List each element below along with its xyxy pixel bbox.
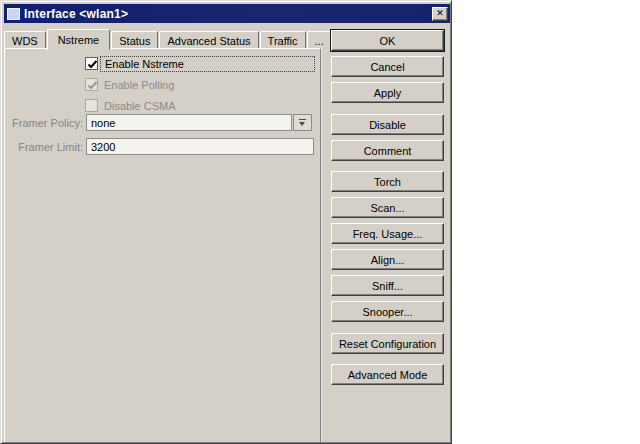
framer-policy-label: Framer Policy: xyxy=(5,117,83,129)
close-icon: ✕ xyxy=(436,9,444,18)
close-button[interactable]: ✕ xyxy=(432,7,448,21)
tab-label: Traffic xyxy=(268,35,298,47)
enable-nstreme-row: Enable Nstreme xyxy=(85,56,315,71)
window-title: Interface <wlan1> xyxy=(24,7,432,21)
framer-limit-value: 3200 xyxy=(91,141,115,153)
enable-nstreme-label[interactable]: Enable Nstreme xyxy=(100,56,315,72)
framer-policy-dropdown[interactable]: none xyxy=(86,114,292,131)
reset-configuration-button[interactable]: Reset Configuration xyxy=(331,333,444,354)
checkmark-icon xyxy=(87,59,98,70)
scan-button[interactable]: Scan... xyxy=(331,197,444,218)
disable-csma-row: Disable CSMA xyxy=(85,98,180,113)
advanced-mode-button[interactable]: Advanced Mode xyxy=(331,364,444,385)
apply-button[interactable]: Apply xyxy=(331,82,444,103)
tab-bar: WDS Nstreme Status Advanced Status Traff… xyxy=(4,28,321,49)
tab-label: Nstreme xyxy=(58,34,100,46)
tab-nstreme[interactable]: Nstreme xyxy=(47,29,111,50)
nstreme-tab-page: Enable Nstreme Enable Polling Disable CS… xyxy=(4,48,321,442)
tab-wds[interactable]: WDS xyxy=(4,31,46,49)
tab-advanced-status[interactable]: Advanced Status xyxy=(159,31,258,49)
chevron-down-icon xyxy=(299,119,306,126)
tab-label: WDS xyxy=(12,35,38,47)
tab-label: Status xyxy=(119,35,150,47)
window-icon xyxy=(7,8,20,20)
tab-status[interactable]: Status xyxy=(111,31,158,49)
checkmark-icon xyxy=(87,80,98,91)
disable-csma-checkbox xyxy=(85,99,98,112)
enable-polling-row: Enable Polling xyxy=(85,77,178,92)
tab-label: Advanced Status xyxy=(167,35,250,47)
snooper-button[interactable]: Snooper... xyxy=(331,301,444,322)
torch-button[interactable]: Torch xyxy=(331,171,444,192)
disable-button[interactable]: Disable xyxy=(331,114,444,135)
framer-limit-label: Framer Limit: xyxy=(5,141,83,153)
align-button[interactable]: Align... xyxy=(331,249,444,270)
sniff-button[interactable]: Sniff... xyxy=(331,275,444,296)
framer-policy-dropdown-button[interactable] xyxy=(293,114,312,131)
enable-polling-label: Enable Polling xyxy=(100,78,178,92)
disable-csma-label: Disable CSMA xyxy=(100,99,180,113)
ok-button[interactable]: OK xyxy=(331,30,444,51)
freq-usage-button[interactable]: Freq. Usage... xyxy=(331,223,444,244)
framer-limit-input[interactable]: 3200 xyxy=(86,138,314,155)
framer-policy-value: none xyxy=(91,117,115,129)
enable-nstreme-checkbox[interactable] xyxy=(85,57,98,70)
comment-button[interactable]: Comment xyxy=(331,140,444,161)
tab-label: ... xyxy=(315,35,324,47)
tab-traffic[interactable]: Traffic xyxy=(260,31,306,49)
action-button-column: OK Cancel Apply Disable Comment Torch Sc… xyxy=(331,30,444,385)
tab-more[interactable]: ... xyxy=(307,31,332,49)
enable-polling-checkbox xyxy=(85,78,98,91)
titlebar[interactable]: Interface <wlan1> ✕ xyxy=(4,4,450,23)
desktop-background: Interface <wlan1> ✕ WDS Nstreme Status A… xyxy=(0,0,640,444)
cancel-button[interactable]: Cancel xyxy=(331,56,444,77)
interface-dialog-window: Interface <wlan1> ✕ WDS Nstreme Status A… xyxy=(0,0,452,444)
